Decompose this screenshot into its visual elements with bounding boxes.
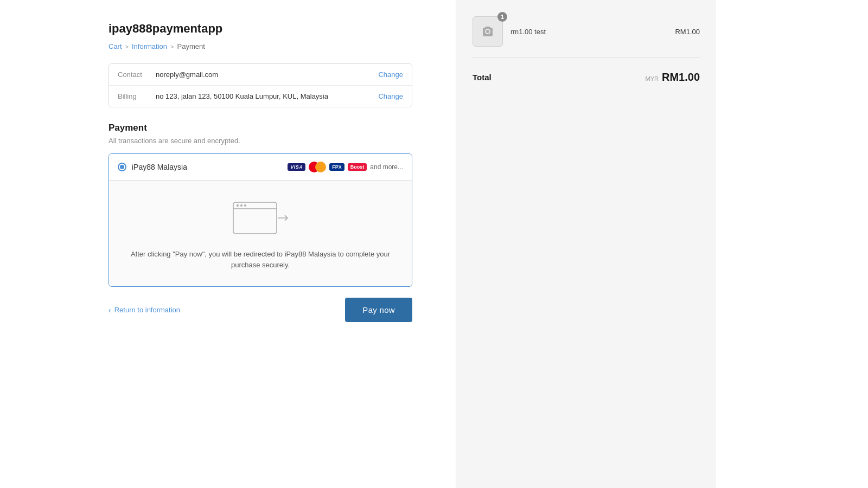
breadcrumb-cart[interactable]: Cart <box>108 42 122 50</box>
payment-section-title: Payment <box>108 123 412 133</box>
product-name: rm1.00 test <box>510 28 667 36</box>
total-amount: RM1.00 <box>662 71 700 84</box>
svg-rect-0 <box>233 202 277 234</box>
total-currency-label: MYR <box>646 75 659 82</box>
payment-section-subtitle: All transactions are secure and encrypte… <box>108 137 412 145</box>
product-price: RM1.00 <box>675 28 700 36</box>
radio-dot-inner <box>120 165 124 169</box>
product-info: rm1.00 test <box>510 28 667 36</box>
billing-value: no 123, jalan 123, 50100 Kuala Lumpur, K… <box>156 92 378 100</box>
product-image-wrapper: 1 <box>473 16 503 47</box>
contact-label: Contact <box>118 70 156 79</box>
contact-value: noreply@gmail.com <box>156 70 378 79</box>
store-title: ipay888paymentapp <box>108 22 412 36</box>
redirect-text: After clicking "Pay now", you will be re… <box>120 249 401 270</box>
checkout-left-panel: ipay888paymentapp Cart > Information > P… <box>0 0 456 488</box>
billing-change-link[interactable]: Change <box>378 92 403 100</box>
boost-icon: Boost <box>348 163 367 171</box>
redirect-illustration <box>228 197 293 240</box>
payment-icons: VISA FPX Boost and more... <box>288 162 403 172</box>
return-link-label: Return to information <box>114 306 180 314</box>
billing-label: Billing <box>118 92 156 100</box>
radio-button <box>118 163 126 171</box>
mc-right <box>315 162 326 172</box>
breadcrumb: Cart > Information > Payment <box>108 42 412 50</box>
camera-icon <box>481 25 494 38</box>
mastercard-icon <box>309 162 326 172</box>
return-to-information-link[interactable]: ‹ Return to information <box>108 306 180 314</box>
contact-row: Contact noreply@gmail.com Change <box>109 64 412 86</box>
bottom-actions: ‹ Return to information Pay now <box>108 298 412 322</box>
contact-change-link[interactable]: Change <box>378 70 403 79</box>
order-summary-panel: 1 rm1.00 test RM1.00 Total MYR RM1.00 <box>456 0 716 488</box>
product-image <box>473 16 503 47</box>
payment-option-label-wrapper: iPay88 Malaysia <box>118 163 187 171</box>
total-amount-wrapper: MYR RM1.00 <box>646 71 700 84</box>
product-quantity-badge: 1 <box>497 12 507 22</box>
breadcrumb-payment: Payment <box>177 42 205 50</box>
more-icons-label: and more... <box>370 163 403 171</box>
svg-point-4 <box>244 204 246 207</box>
total-label: Total <box>473 73 492 82</box>
payment-option-ipay88[interactable]: iPay88 Malaysia VISA FPX Boost and more.… <box>108 153 412 287</box>
pay-now-button[interactable]: Pay now <box>345 298 412 322</box>
billing-row: Billing no 123, jalan 123, 50100 Kuala L… <box>109 86 412 107</box>
contact-billing-box: Contact noreply@gmail.com Change Billing… <box>108 63 412 107</box>
payment-option-name: iPay88 Malaysia <box>132 163 187 171</box>
fpx-icon: FPX <box>329 163 344 171</box>
svg-point-2 <box>237 204 239 207</box>
breadcrumb-sep2: > <box>170 43 174 50</box>
total-row: Total MYR RM1.00 <box>473 69 700 84</box>
breadcrumb-information[interactable]: Information <box>132 42 167 50</box>
breadcrumb-sep1: > <box>125 43 129 50</box>
order-item: 1 rm1.00 test RM1.00 <box>473 16 700 58</box>
visa-icon: VISA <box>288 163 305 171</box>
chevron-left-icon: ‹ <box>108 306 111 314</box>
payment-redirect-content: After clicking "Pay now", you will be re… <box>109 181 412 286</box>
payment-option-header: iPay88 Malaysia VISA FPX Boost and more.… <box>109 154 412 181</box>
svg-point-3 <box>240 204 242 207</box>
